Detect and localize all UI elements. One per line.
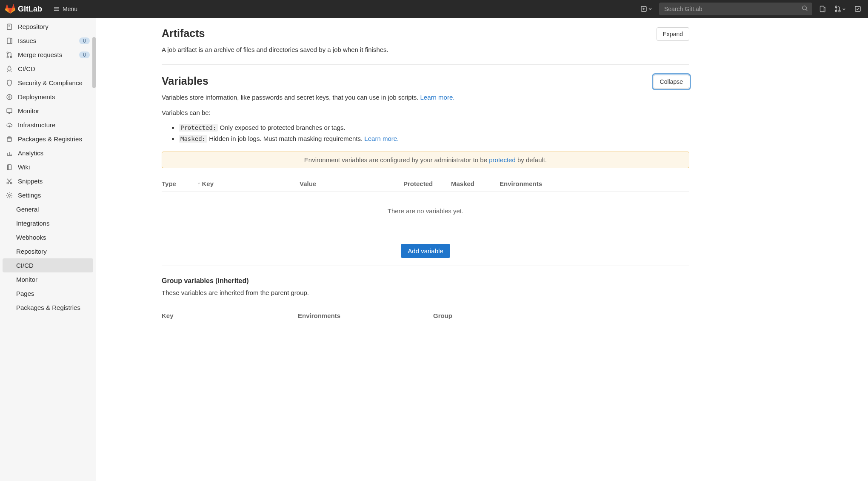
sidebar-sub-packages[interactable]: Packages & Registries: [0, 301, 96, 315]
col-environments[interactable]: Environments: [500, 180, 689, 187]
search-input[interactable]: [659, 3, 812, 15]
mr-icon: [6, 52, 13, 58]
learn-more-link[interactable]: Learn more.: [364, 135, 399, 142]
svg-point-1: [802, 6, 806, 10]
sidebar-item-label: Security & Compliance: [18, 79, 83, 86]
sidebar-item-packages[interactable]: Packages & Registries: [0, 132, 96, 146]
group-variables-title: Group variables (inherited): [162, 277, 689, 285]
sidebar-sub-integrations[interactable]: Integrations: [0, 216, 96, 230]
sidebar-item-label: Settings: [18, 192, 41, 199]
protected-notice: Environment variables are configured by …: [162, 152, 689, 168]
sidebar-sub-general[interactable]: General: [0, 202, 96, 216]
sidebar-item-analytics[interactable]: Analytics: [0, 146, 96, 160]
variables-type-list: Protected: Only exposed to protected bra…: [179, 123, 689, 144]
sidebar-item-label: CI/CD: [18, 65, 35, 72]
sidebar: Repository Issues0 Merge requests0 CI/CD…: [0, 18, 96, 481]
variables-table-header: Type ↑Key Value Protected Masked Environ…: [162, 176, 689, 192]
book-icon: [6, 164, 13, 171]
new-dropdown[interactable]: [639, 4, 654, 14]
main-content: Artifacts Expand A job artifact is an ar…: [162, 18, 689, 481]
issue-icon: [6, 37, 13, 44]
variables-collapse-button[interactable]: Collapse: [654, 75, 689, 89]
variables-title: Variables: [162, 75, 208, 87]
masked-code: Masked:: [179, 135, 207, 143]
shield-icon: [6, 80, 13, 86]
sidebar-item-label: Issues: [18, 37, 36, 44]
todos-icon[interactable]: [853, 4, 863, 14]
sidebar-item-label: Monitor: [18, 107, 39, 115]
sidebar-sub-repository[interactable]: Repository: [0, 244, 96, 258]
svg-rect-15: [8, 165, 11, 170]
sidebar-item-deployments[interactable]: Deployments: [0, 90, 96, 104]
sidebar-item-security[interactable]: Security & Compliance: [0, 76, 96, 90]
sidebar-item-cicd[interactable]: CI/CD: [0, 62, 96, 76]
protected-text: Only exposed to protected branches or ta…: [218, 124, 345, 131]
gitlab-icon: [5, 4, 15, 14]
doc-icon: [6, 23, 13, 30]
sidebar-item-label: Infrastructure: [18, 121, 55, 129]
sidebar-sub-cicd[interactable]: CI/CD: [3, 258, 93, 272]
gcol-key[interactable]: Key: [162, 312, 298, 319]
gcol-group[interactable]: Group: [433, 312, 689, 319]
col-protected[interactable]: Protected: [403, 180, 451, 187]
learn-more-link[interactable]: Learn more.: [420, 94, 455, 101]
sidebar-item-label: Wiki: [18, 163, 30, 171]
sidebar-item-monitor[interactable]: Monitor: [0, 104, 96, 118]
svg-point-17: [10, 182, 12, 184]
merge-requests-dropdown[interactable]: [833, 4, 848, 14]
protected-link[interactable]: protected: [489, 156, 516, 163]
plus-icon: [640, 6, 647, 12]
menu-label: Menu: [63, 6, 77, 12]
svg-point-16: [7, 182, 9, 184]
svg-point-12: [7, 94, 12, 100]
sidebar-item-infrastructure[interactable]: Infrastructure: [0, 118, 96, 132]
gcol-env[interactable]: Environments: [298, 312, 433, 319]
brand-logo[interactable]: GitLab: [5, 4, 42, 14]
sidebar-item-settings[interactable]: Settings: [0, 188, 96, 202]
sidebar-sub-monitor[interactable]: Monitor: [0, 272, 96, 286]
scissors-icon: [6, 178, 13, 185]
issues-icon-top[interactable]: [817, 4, 828, 14]
menu-button[interactable]: Menu: [53, 6, 77, 12]
svg-rect-13: [7, 109, 12, 112]
variables-desc-text: Variables store information, like passwo…: [162, 94, 420, 101]
svg-rect-14: [7, 137, 11, 141]
cloud-icon: [6, 122, 13, 129]
sidebar-item-label: Packages & Registries: [18, 135, 82, 143]
artifacts-expand-button[interactable]: Expand: [657, 27, 689, 41]
sidebar-sub-pages[interactable]: Pages: [0, 286, 96, 301]
group-table-header: Key Environments Group: [162, 306, 689, 319]
sidebar-item-merge-requests[interactable]: Merge requests0: [0, 48, 96, 62]
col-value[interactable]: Value: [300, 180, 403, 187]
svg-point-3: [835, 6, 837, 8]
masked-text: Hidden in job logs. Must match masking r…: [207, 135, 364, 142]
rocket-icon: [6, 66, 13, 72]
col-key-label: Key: [202, 180, 214, 187]
svg-point-5: [839, 10, 840, 12]
sidebar-item-wiki[interactable]: Wiki: [0, 160, 96, 174]
search-wrap: [659, 3, 812, 15]
sidebar-sub-webhooks[interactable]: Webhooks: [0, 230, 96, 244]
variables-section: Variables Collapse Variables store infor…: [162, 72, 689, 327]
add-variable-button[interactable]: Add variable: [401, 244, 450, 258]
masked-desc: Masked: Hidden in job logs. Must match m…: [179, 134, 689, 144]
artifacts-title: Artifacts: [162, 27, 205, 40]
col-key[interactable]: ↑Key: [197, 180, 300, 187]
brand-name: GitLab: [18, 5, 42, 14]
col-type[interactable]: Type: [162, 180, 197, 187]
sidebar-item-snippets[interactable]: Snippets: [0, 174, 96, 188]
chart-icon: [6, 150, 13, 157]
sidebar-item-label: Snippets: [18, 178, 43, 185]
svg-point-11: [10, 56, 12, 58]
svg-point-10: [7, 56, 9, 58]
group-variables-desc: These variables are inherited from the p…: [162, 288, 689, 298]
monitor-icon: [6, 108, 13, 115]
sidebar-item-repository[interactable]: Repository: [0, 20, 96, 34]
sidebar-item-label: Repository: [18, 23, 49, 30]
sidebar-item-issues[interactable]: Issues0: [0, 34, 96, 48]
sidebar-item-label: Deployments: [18, 93, 55, 100]
protected-code: Protected:: [179, 124, 218, 132]
svg-rect-2: [820, 6, 824, 12]
notice-suffix: by default.: [516, 156, 547, 163]
col-masked[interactable]: Masked: [451, 180, 500, 187]
